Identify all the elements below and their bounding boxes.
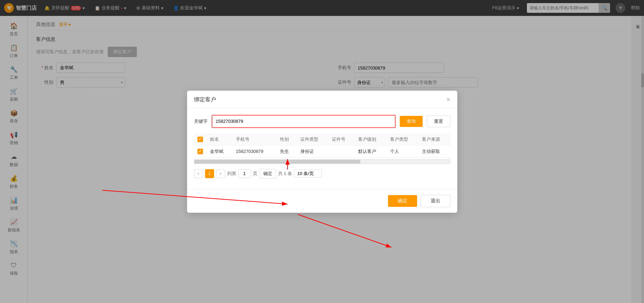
- row-name: 金华斌: [206, 145, 232, 157]
- table-scrollbar[interactable]: [194, 159, 450, 164]
- goto-label: 到第: [227, 171, 236, 177]
- row-cert-no: [328, 145, 354, 157]
- modal-header: 绑定客户 ×: [187, 91, 457, 108]
- table-header-level: 客户级别: [355, 134, 387, 146]
- modal-footer: 确定 退出: [187, 189, 457, 213]
- keyword-input[interactable]: [212, 116, 395, 127]
- table-header-cert-no: 证件号: [328, 134, 354, 146]
- modal-cancel-button[interactable]: 退出: [421, 195, 450, 207]
- total-count: 共 1 条: [278, 171, 292, 177]
- table-header-name: 姓名: [206, 134, 232, 146]
- keyword-input-wrap: [212, 115, 396, 128]
- page-unit: 页: [253, 171, 257, 177]
- query-button[interactable]: 查询: [400, 116, 423, 127]
- row-cert-type: 身份证: [297, 145, 329, 157]
- page-goto-input[interactable]: [238, 169, 251, 178]
- customer-table: 姓名 手机号 性别 证件类型 证件号 客户级别 客户类型 客户来源: [194, 134, 450, 158]
- table-header-cert-type: 证件类型: [297, 134, 329, 146]
- table-header-phone: 手机号: [232, 134, 276, 146]
- modal-overlay: 绑定客户 × 关键字 查询 重置: [0, 0, 644, 303]
- row-checkbox[interactable]: [197, 149, 203, 154]
- row-phone: 15827030879: [232, 145, 276, 157]
- row-checkbox-cell: [194, 145, 206, 157]
- modal-confirm-button[interactable]: 确定: [388, 195, 417, 207]
- row-type: 个人: [387, 145, 418, 157]
- bind-customer-modal: 绑定客户 × 关键字 查询 重置: [187, 91, 457, 213]
- pagination: ‹ 1 › 到第 页 确定 共 1 条 10 条/页 20 条/页 50 条/页: [194, 165, 450, 182]
- table-header-type: 客户类型: [387, 134, 418, 146]
- per-page-select[interactable]: 10 条/页 20 条/页 50 条/页: [294, 169, 322, 177]
- keyword-label: 关键字: [194, 118, 208, 125]
- page-confirm-button[interactable]: 确定: [259, 169, 276, 178]
- table-header-row: 姓名 手机号 性别 证件类型 证件号 客户级别 客户类型 客户来源: [194, 134, 450, 146]
- row-level: 默认客户: [355, 145, 387, 157]
- modal-close-button[interactable]: ×: [447, 97, 450, 103]
- row-gender: 先生: [276, 145, 297, 157]
- table-row: 金华斌 15827030879 先生 身份证 默认客户 个人 主动获取: [194, 145, 450, 157]
- row-source: 主动获取: [418, 145, 450, 157]
- next-page-button[interactable]: ›: [216, 169, 225, 178]
- modal-title: 绑定客户: [194, 96, 216, 103]
- prev-page-button[interactable]: ‹: [194, 169, 203, 178]
- table-header-checkbox: [194, 134, 206, 146]
- modal-body: 关键字 查询 重置 姓名 手机号 性别 证件类型: [187, 108, 457, 189]
- table-scroll-thumb: [194, 160, 361, 164]
- table-header-source: 客户来源: [418, 134, 450, 146]
- select-all-checkbox[interactable]: [197, 137, 203, 142]
- reset-button[interactable]: 重置: [427, 116, 450, 127]
- page-1-button[interactable]: 1: [205, 169, 214, 178]
- modal-search-row: 关键字 查询 重置: [194, 115, 450, 128]
- table-header-gender: 性别: [276, 134, 297, 146]
